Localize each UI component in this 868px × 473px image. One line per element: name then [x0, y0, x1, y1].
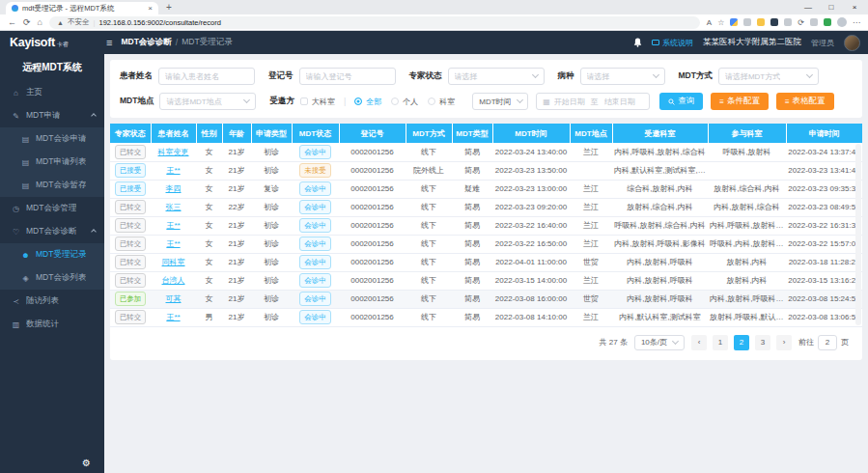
sidebar-menu: ⌂主页✎MDT申请▤MDT会诊申请▤MDT申请列表▤MDT会诊暂存◷MDT会诊管…: [0, 81, 104, 336]
cell-apply-type: 复诊: [251, 180, 292, 198]
patient-name-link[interactable]: 王**: [166, 166, 180, 175]
prev-page-button[interactable]: ‹: [691, 335, 707, 350]
window-minimize-button[interactable]: —: [797, 3, 820, 12]
mdt-status-badge: 会诊中: [299, 310, 331, 324]
app-header: Kayisoft 卡睿 ≡ MDT会诊诊断 / MDT受理记录 系统说明 某某医…: [0, 31, 868, 54]
column-header: MDT方式: [406, 124, 452, 143]
extension-icon[interactable]: [757, 18, 765, 26]
cell-patient-name: 李四: [151, 180, 196, 198]
sidebar-item-8[interactable]: ☻MDT受理记录: [0, 243, 104, 266]
radio-all[interactable]: 全部: [354, 97, 381, 107]
extension-icon[interactable]: [730, 18, 738, 26]
search-button[interactable]: 查询: [659, 93, 703, 110]
sidebar-item-4[interactable]: ▤MDT申请列表: [0, 151, 104, 174]
cell-joined-depts: 放射科,呼吸科,默认科室,测...: [708, 308, 786, 326]
mdt-status-badge: 会诊中: [299, 145, 331, 159]
system-doc-link[interactable]: 系统说明: [652, 38, 693, 48]
patient-name-link[interactable]: 王**: [166, 239, 180, 248]
patient-name-label: 患者姓名: [120, 70, 153, 82]
sidebar-item-6[interactable]: ◷MDT会诊管理: [0, 197, 104, 220]
mdt-place-select[interactable]: 请选择MDT地点: [159, 93, 256, 110]
extension-icon[interactable]: [770, 18, 778, 26]
mdt-status-badge: 未接受: [299, 163, 331, 178]
notification-bell-icon[interactable]: [633, 38, 642, 47]
patient-name-link[interactable]: 台湾人: [162, 276, 185, 285]
time-type-select[interactable]: MDT时间: [472, 93, 528, 110]
browser-chrome: mdt受理记录 - 远程MDT系统 × + — □ × ← ⟳ ⌂ ▲ 不安全 …: [0, 0, 868, 31]
cell-mdt-time: 2022-03-23 13:00:00: [492, 180, 570, 198]
patient-name-link[interactable]: 同科室: [162, 258, 185, 266]
patient-name-link[interactable]: 张三: [166, 203, 182, 211]
page-size-select[interactable]: 10条/页: [634, 335, 685, 350]
mdt-mode-select[interactable]: 请选择MDT方式: [718, 68, 819, 85]
cell-mdt-mode: 线下: [406, 235, 452, 253]
draft-icon: ▤: [21, 181, 30, 190]
window-maximize-button[interactable]: □: [820, 3, 843, 12]
page-button-1[interactable]: 1: [713, 335, 728, 350]
register-no-input[interactable]: [299, 68, 396, 85]
patient-name-link[interactable]: 李四: [166, 184, 182, 193]
favorite-star-icon[interactable]: ☆: [717, 18, 724, 27]
table-scrollbar[interactable]: [855, 144, 861, 325]
sidebar-item-10[interactable]: ≺随访列表: [0, 290, 104, 313]
extension-icon[interactable]: [784, 18, 792, 26]
cell-expert-status: 已转交: [110, 271, 151, 290]
expert-status-badge: 已接受: [115, 181, 147, 196]
sidebar-item-label: MDT会诊诊断: [26, 226, 76, 237]
patient-name-link[interactable]: 王**: [166, 313, 180, 321]
new-tab-button[interactable]: +: [166, 2, 172, 13]
patient-name-link[interactable]: 科室变更: [158, 148, 189, 156]
settings-gear-icon[interactable]: ⚙: [82, 458, 91, 468]
sidebar-item-3[interactable]: ▤MDT会诊申请: [0, 127, 104, 151]
mdt-status-badge: 会诊中: [299, 181, 331, 196]
window-close-button[interactable]: ×: [843, 3, 866, 12]
sidebar-item-1[interactable]: ⌂主页: [0, 81, 104, 104]
cell-mdt-mode: 院外线上: [406, 161, 452, 180]
cell-age: 21岁: [222, 161, 251, 180]
cell-apply-type: 初诊: [251, 143, 292, 161]
logo-suffix: 卡睿: [57, 41, 69, 49]
patient-name-link[interactable]: 王**: [166, 221, 180, 230]
goto-page-input[interactable]: [818, 335, 837, 350]
column-header: 年龄: [222, 124, 251, 143]
collapse-menu-icon[interactable]: ≡: [106, 37, 112, 48]
condition-config-button[interactable]: ≡ 条件配置: [711, 93, 769, 110]
text-size-icon[interactable]: A: [707, 18, 712, 27]
big-dept-checkbox[interactable]: [300, 97, 308, 105]
user-icon: ☻: [21, 251, 30, 260]
chevron-down-icon: [517, 97, 523, 103]
home-nav-icon[interactable]: ⌂: [38, 17, 42, 27]
next-page-button[interactable]: ›: [776, 335, 792, 350]
sidebar-item-5[interactable]: ▤MDT会诊暂存: [0, 174, 104, 197]
browser-tab[interactable]: mdt受理记录 - 远程MDT系统 ×: [6, 2, 158, 14]
date-range-picker[interactable]: ▦ 开始日期 至 结束日期: [536, 93, 650, 110]
expert-status-select[interactable]: 请选择: [448, 68, 545, 85]
collections-icon[interactable]: [824, 18, 831, 26]
user-avatar[interactable]: [844, 35, 860, 51]
sidebar-item-7[interactable]: ♡MDT会诊诊断: [0, 220, 104, 243]
patient-name-input[interactable]: [158, 68, 255, 85]
page-button-3[interactable]: 3: [755, 335, 770, 350]
back-icon[interactable]: ←: [8, 17, 16, 27]
sidebar-item-11[interactable]: ▥数据统计: [0, 313, 104, 336]
expert-status-badge: 已转交: [115, 310, 147, 324]
split-screen-icon[interactable]: [810, 18, 818, 26]
cell-register-no: 0002001256: [339, 253, 406, 271]
sidebar-item-9[interactable]: ◈MDT会诊列表: [0, 266, 104, 290]
radio-dept[interactable]: 科室: [428, 97, 455, 107]
table-config-button[interactable]: ≡ 表格配置: [776, 93, 834, 110]
cell-register-no: 0002001256: [339, 271, 406, 290]
disease-select[interactable]: 请选择: [580, 68, 665, 85]
extension-icon[interactable]: [743, 18, 751, 26]
more-menu-icon[interactable]: ⋯: [853, 18, 860, 27]
sidebar-item-2[interactable]: ✎MDT申请: [0, 104, 104, 127]
sync-icon[interactable]: ⟳: [798, 18, 804, 27]
browser-profile-icon[interactable]: [837, 17, 847, 27]
address-bar[interactable]: ▲ 不安全 | 192.168.0.156:9002/consultate/re…: [49, 16, 700, 29]
page-button-2[interactable]: 2: [734, 335, 749, 350]
patient-name-link[interactable]: 可其: [166, 294, 182, 303]
radio-personal[interactable]: 个人: [391, 97, 418, 107]
refresh-icon[interactable]: ⟳: [23, 17, 31, 27]
cell-joined-depts: 放射科,内科: [708, 271, 786, 290]
tab-close-icon[interactable]: ×: [148, 4, 153, 13]
